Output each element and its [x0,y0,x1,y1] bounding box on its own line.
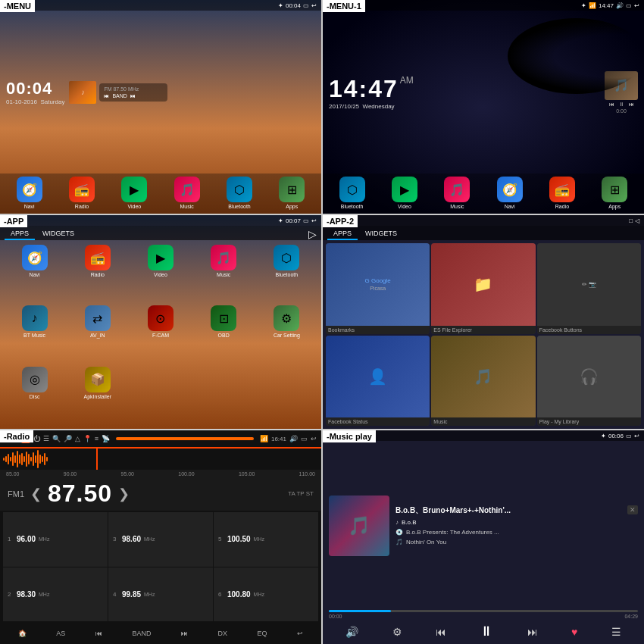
tab-arrow[interactable]: ▷ [308,228,317,240]
tab2-apps[interactable]: APPS [327,228,358,240]
appgrid-apk[interactable]: 📦 ApkInstaller [67,367,127,424]
radio-menu-icon[interactable]: ≡ [95,435,98,442]
play-pause-btn[interactable]: ⏸ [480,624,493,639]
appgrid-btmusic[interactable]: ♪ BT Music [5,305,64,363]
tab-widgets[interactable]: WIDGETS [36,228,80,240]
widget-fb-btns[interactable]: ✏ 📷 Facebook Buttons [537,243,641,334]
app-video[interactable]: ▶ Video [121,177,147,209]
app-navi[interactable]: 🧭 Navi [17,177,42,209]
widget-bookmarks[interactable]: G Google Picasa Bookmarks [326,243,430,334]
appgrid-avin[interactable]: ⇄ AV_IN [67,305,127,363]
radio-antenna[interactable]: 📡 [102,435,110,442]
appgrid-obd-lbl: OBD [218,333,230,338]
menu-status-bar: ⌂ 🔌 ✦ 00:04 ▭ ↩ [0,0,321,11]
app-apps[interactable]: ⊞ Apps [279,177,305,209]
radio-search1[interactable]: 🔍 [52,435,61,442]
menu1-skip-fwd[interactable]: ⏭ [629,102,634,107]
freq-scale-100: 100.00 [178,471,194,477]
video-label: Video [127,204,141,209]
music-time: 00:06 [608,433,624,439]
preset-unit-6: MHz [254,592,264,597]
widget-esfile[interactable]: 📁 ES File Explorer [431,243,535,334]
menu1-big-time: 14:47 [329,75,399,103]
app2-square[interactable]: □ [629,217,633,224]
widget-fb-status[interactable]: 👤 Facebook Status [326,336,430,427]
fm-label: FM1 [8,489,24,499]
appgrid-navi[interactable]: 🧭 Navi [5,245,64,302]
appgrid-obd[interactable]: ⊡ OBD [194,305,254,363]
tab2-widgets[interactable]: WIDGETS [359,228,403,240]
radio-triangle[interactable]: △ [75,435,80,442]
menu1-media-controls: ⏮ ⏸ ⏭ [609,102,634,107]
menu1-skip-back[interactable]: ⏮ [609,102,614,107]
app2-back[interactable]: ◁ [635,217,639,224]
apps1-label: Apps [608,204,621,209]
preset-num-4: 4 [113,591,119,598]
preset-6[interactable]: 6 100.80 MHz [214,567,318,622]
appgrid-fcam[interactable]: ⊙ F-CAM [130,305,190,363]
radio-power[interactable]: ⏻ [33,435,40,442]
volume-ctrl-btn[interactable]: 🔊 [345,626,358,638]
appgrid-carsetting[interactable]: ⚙ Car Setting [257,305,317,363]
radio-search2[interactable]: 🔎 [64,435,72,442]
app-radio[interactable]: 📻 Radio [69,177,95,209]
menu1-play-pause[interactable]: ⏸ [619,102,624,107]
app-status-right: ✦ 00:07 ▭ ↩ [278,217,317,224]
wave19 [44,453,45,465]
radio-bottom-prev[interactable]: ⏮ [92,628,105,639]
playlist-btn[interactable]: ☰ [611,626,621,638]
preset-4[interactable]: 4 99.85 MHz [108,567,213,622]
back1-icon[interactable]: ↩ [634,2,639,9]
radio-list[interactable]: ☰ [43,435,49,442]
radio-bottom-back[interactable]: ↩ [294,628,306,639]
prev-btn[interactable]: ⏮ [104,93,109,98]
radio-back[interactable]: ↩ [311,435,317,442]
app1-video[interactable]: ▶ Video [392,177,417,209]
appgrid-bt[interactable]: ⬡ Bluetooth [257,245,317,302]
cell-music: ⌂ 🔌 ✦ 00:06 ▭ ↩ 🎵 B.o.B、Bruno+Mars+-+Not [323,430,644,644]
freq-scale-90: 90.00 [64,471,77,477]
appgrid-music[interactable]: 🎵 Music [194,245,254,302]
progress-bar-bg[interactable] [329,610,638,612]
app1-music[interactable]: 🎵 Music [444,177,470,209]
radio-label: Radio [75,204,89,209]
app-music[interactable]: 🎵 Music [174,177,200,209]
radio-bottom-dx[interactable]: DX [215,628,231,639]
app1-bluetooth[interactable]: ⬡ Bluetooth [339,177,365,209]
radio-bottom-eq[interactable]: EQ [255,628,270,639]
equalizer-btn[interactable]: ⚙ [392,626,402,638]
appgrid-radio[interactable]: 📻 Radio [67,245,127,302]
close-btn[interactable]: ✕ [627,505,638,514]
next-btn[interactable]: ⏭ [130,93,136,98]
app-back[interactable]: ↩ [311,217,317,224]
wave4 [10,457,11,461]
freq-left-arrow[interactable]: ❮ [30,486,42,502]
radio-pin[interactable]: 📍 [83,435,92,442]
tab-apps[interactable]: APPS [5,228,35,240]
preset-2[interactable]: 2 98.30 MHz [3,567,108,622]
radio-bottom-next[interactable]: ⏭ [178,628,191,639]
music-back[interactable]: ↩ [634,433,639,439]
heart-btn[interactable]: ♥ [571,626,577,638]
back-icon[interactable]: ↩ [311,2,317,9]
app1-radio[interactable]: 📻 Radio [549,177,575,209]
app1-apps[interactable]: ⊞ Apps [602,177,627,209]
appgrid-video[interactable]: ▶ Video [130,245,190,302]
radio-bottom-home[interactable]: 🏠 [15,628,30,639]
app1-navi[interactable]: 🧭 Navi [497,177,523,209]
radio-bottom-band[interactable]: BAND [129,628,154,639]
freq-right-arrow[interactable]: ❯ [118,486,130,502]
menu-music-widget[interactable]: ♪ FM 87.50 MHz ⏮ BAND ⏭ [69,81,167,104]
radio-bottom-as[interactable]: AS [53,628,68,639]
preset-5[interactable]: 5 100.50 MHz [214,512,318,567]
skip-prev-btn[interactable]: ⏮ [436,626,446,638]
widget-play-library[interactable]: 🎧 Play - My Library [537,336,641,427]
band-label[interactable]: BAND [112,93,127,98]
app-bluetooth[interactable]: ⬡ Bluetooth [227,177,252,209]
preset-3[interactable]: 3 98.60 MHz [108,512,213,567]
widget-music[interactable]: 🎵 Music [431,336,535,427]
preset-1[interactable]: 1 96.00 MHz [3,512,108,567]
skip-next-btn[interactable]: ⏭ [527,626,538,638]
appgrid-disc[interactable]: ◎ Disc [5,367,64,424]
appgrid-disc-img: ◎ [22,367,48,392]
